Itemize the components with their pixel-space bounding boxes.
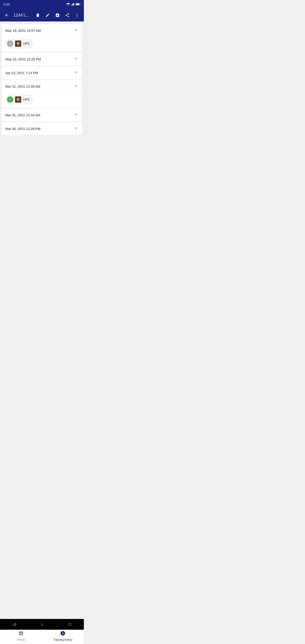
chevron-down-icon [74, 70, 78, 76]
history-body: ? UPS UPS [2, 37, 82, 52]
android-home-button[interactable]: ○ [37, 620, 48, 628]
svg-rect-4 [74, 3, 74, 5]
back-button[interactable] [3, 11, 11, 19]
chevron-down-icon [74, 56, 78, 62]
nav-item-tracking[interactable]: Tracking history [42, 628, 84, 644]
wifi-icon [66, 3, 70, 6]
chevron-down-icon [74, 112, 78, 118]
main-content: May 16, 2021 10:57 AM ? UPS [0, 22, 84, 164]
history-item: Mar 31, 2021 11:55 AM ✓ UPS [2, 80, 82, 108]
delete-button[interactable] [34, 11, 42, 19]
svg-rect-2 [73, 4, 73, 5]
history-header[interactable]: Mar 30, 2021 12:28 PM [2, 122, 82, 135]
history-header[interactable]: Mar 31, 2021 11:54 AM [2, 109, 82, 122]
svg-rect-3 [73, 3, 74, 6]
toolbar: 1ZAF1... [0, 9, 84, 22]
status-icons [66, 3, 80, 6]
bottom-navigation: Details Tracking history [0, 628, 84, 644]
carrier-name: UPS [23, 98, 30, 101]
chevron-up-icon [74, 84, 78, 89]
svg-text:UPS: UPS [17, 99, 20, 100]
history-header[interactable]: Mar 31, 2021 11:55 AM [2, 80, 82, 93]
carrier-status-icon: ? [7, 40, 13, 47]
history-body: ✓ UPS UPS [2, 93, 82, 108]
archive-button[interactable] [54, 11, 62, 19]
carrier-badge: ? UPS UPS [5, 39, 33, 48]
svg-rect-1 [72, 4, 72, 5]
share-button[interactable] [63, 11, 71, 19]
page-title: 1ZAF1... [14, 13, 32, 18]
carrier-status-icon: ✓ [7, 96, 13, 103]
history-date: Apr 22, 2021 7:14 PM [5, 71, 38, 75]
history-date: Mar 31, 2021 11:55 AM [5, 84, 40, 88]
status-bar: 6:59 [0, 0, 84, 9]
svg-text:UPS: UPS [17, 43, 20, 44]
tracking-nav-label: Tracking history [54, 638, 72, 641]
ups-logo: UPS [15, 96, 21, 103]
history-item: Mar 31, 2021 11:54 AM [2, 109, 82, 122]
android-navigation: ◁ ○ □ [0, 619, 84, 630]
history-list: May 16, 2021 10:57 AM ? UPS [0, 22, 84, 138]
android-back-button[interactable]: ◁ [8, 620, 20, 628]
more-button[interactable] [73, 11, 81, 19]
edit-button[interactable] [44, 11, 52, 19]
history-date: May 15, 2021 12:25 PM [5, 57, 41, 61]
history-header[interactable]: Apr 22, 2021 7:14 PM [2, 66, 82, 79]
history-date: May 16, 2021 10:57 AM [5, 28, 41, 32]
chevron-up-icon [74, 28, 78, 33]
battery-icon [76, 3, 80, 6]
status-time: 6:59 [4, 3, 10, 6]
signal-icon [71, 3, 74, 6]
history-date: Mar 30, 2021 12:28 PM [5, 127, 40, 130]
chevron-down-icon [74, 126, 78, 132]
details-nav-label: Details [17, 638, 25, 641]
history-date: Mar 31, 2021 11:54 AM [5, 113, 40, 117]
nav-item-details[interactable]: Details [0, 628, 42, 644]
ups-logo: UPS [15, 40, 21, 47]
svg-rect-7 [80, 4, 80, 4]
history-item: Mar 30, 2021 12:28 PM [2, 122, 82, 135]
svg-rect-6 [76, 3, 79, 5]
carrier-badge: ✓ UPS UPS [5, 95, 33, 104]
android-recents-button[interactable]: □ [64, 620, 76, 628]
tracking-nav-icon [60, 630, 66, 637]
history-header[interactable]: May 15, 2021 12:25 PM [2, 53, 82, 66]
history-item: Apr 22, 2021 7:14 PM [2, 66, 82, 79]
svg-rect-0 [71, 4, 72, 5]
carrier-name: UPS [23, 42, 30, 46]
details-nav-icon [18, 630, 24, 637]
history-item: May 16, 2021 10:57 AM ? UPS [2, 24, 82, 52]
history-item: May 15, 2021 12:25 PM [2, 53, 82, 66]
history-header[interactable]: May 16, 2021 10:57 AM [2, 24, 82, 37]
